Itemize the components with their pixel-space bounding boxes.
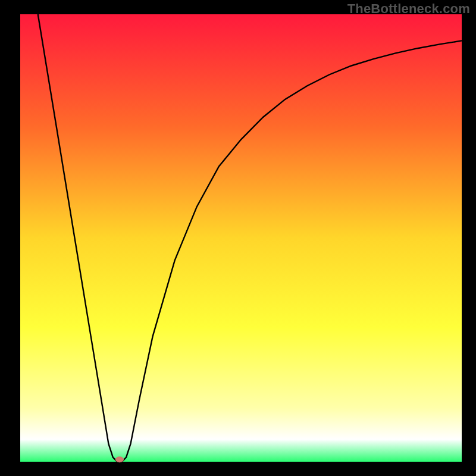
watermark-text: TheBottleneck.com <box>347 1 470 17</box>
chart-frame: TheBottleneck.com <box>0 0 476 476</box>
minimum-marker <box>115 456 124 462</box>
plot-area <box>20 14 462 462</box>
bottleneck-plot <box>0 0 476 476</box>
